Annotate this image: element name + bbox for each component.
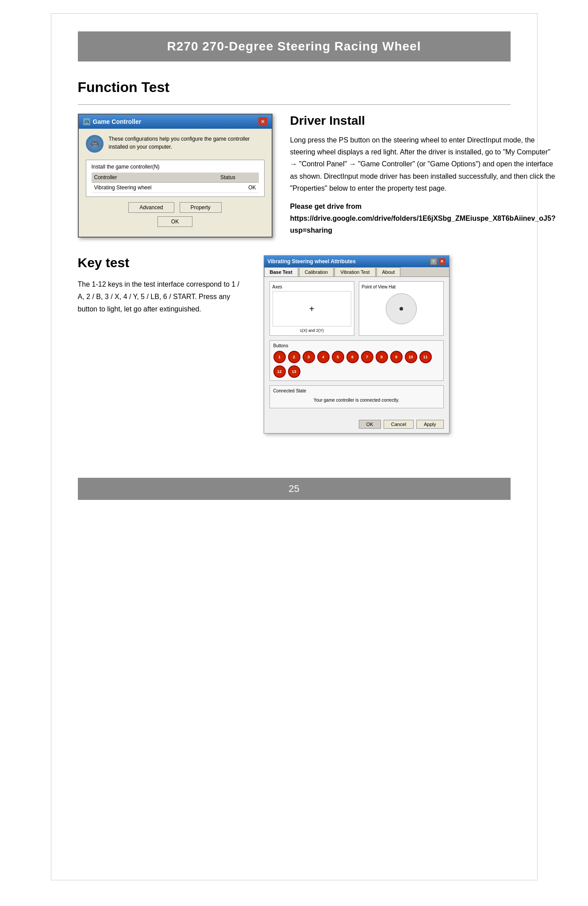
gamepad-button-9: 9 — [390, 351, 403, 363]
attr-close-button[interactable]: ✕ — [438, 258, 446, 265]
page-number: 25 — [288, 483, 299, 494]
attributes-dialog-col: Vibrating Steering wheel Attributes ? ✕ … — [264, 255, 511, 434]
table-cell-status: OK — [218, 183, 259, 193]
attr-cancel-button[interactable]: Cancel — [384, 420, 414, 429]
table-header-status: Status — [218, 173, 259, 183]
gamepad-button-6: 6 — [346, 351, 359, 363]
gamepad-button-12: 12 — [273, 365, 286, 378]
buttons-panel: Buttons 12345678910111213 — [269, 340, 444, 381]
driver-install-bold: Please get drive from https://drive.goog… — [290, 200, 556, 237]
attr-body: Axes + 1(X) and 2(Y) Point of View Hat — [264, 277, 449, 417]
dialog-info-text: These configurations help you configure … — [109, 135, 265, 151]
attr-titlebar: Vibrating Steering wheel Attributes ? ✕ — [264, 256, 449, 267]
controller-icon: 🎮 — [83, 118, 90, 125]
controller-table: Controller Status Vibrating Steering whe… — [92, 173, 259, 193]
key-test-title: Key test — [78, 255, 246, 270]
key-test-section: Key test The 1-12 keys in the test inter… — [78, 255, 511, 434]
attr-ok-button[interactable]: OK — [359, 420, 381, 429]
property-button[interactable]: Property — [180, 202, 222, 213]
tab-base-test[interactable]: Base Test — [264, 267, 298, 276]
attr-tabs: Base Test Calibration Vibration Test Abo… — [264, 267, 449, 277]
pov-dot — [400, 307, 403, 311]
function-test-row: 🎮 Game Controller ✕ 🎮 These configuratio… — [78, 114, 511, 238]
driver-install-title: Driver Install — [290, 114, 556, 128]
header-title: R270 270-Degree Steering Racing Wheel — [167, 39, 421, 53]
gamepad-button-10: 10 — [405, 351, 417, 363]
dialog-titlebar: 🎮 Game Controller ✕ — [79, 115, 272, 129]
tab-calibration[interactable]: Calibration — [299, 267, 334, 276]
page-footer: 25 — [78, 478, 511, 500]
gamepad-button-8: 8 — [376, 351, 388, 363]
table-header-controller: Controller — [92, 173, 218, 183]
advanced-button[interactable]: Advanced — [128, 202, 174, 213]
page: R270 270-Degree Steering Racing Wheel Fu… — [51, 13, 538, 880]
driver-install-col: Driver Install Long press the PS button … — [290, 114, 556, 237]
dialog-ok-button[interactable]: OK — [158, 216, 192, 227]
attributes-dialog: Vibrating Steering wheel Attributes ? ✕ … — [264, 255, 450, 434]
page-header: R270 270-Degree Steering Racing Wheel — [78, 31, 511, 61]
axes-crosshair: + — [309, 304, 315, 314]
connected-text: Your game controller is connected correc… — [273, 395, 440, 405]
gamepad-button-4: 4 — [317, 351, 330, 363]
gamepad-button-13: 13 — [288, 365, 300, 378]
attr-apply-button[interactable]: Apply — [416, 420, 444, 429]
gamepad-button-5: 5 — [332, 351, 344, 363]
dialog-ok-row: OK — [86, 216, 265, 227]
attr-footer: OK Cancel Apply — [264, 417, 449, 433]
gamepad-button-11: 11 — [419, 351, 432, 363]
axes-label: Axes — [273, 284, 351, 289]
key-test-text: The 1-12 keys in the test interface corr… — [78, 278, 246, 315]
table-cell-controller: Vibrating Steering wheel — [92, 183, 218, 193]
key-test-left: Key test The 1-12 keys in the test inter… — [78, 255, 246, 315]
divider-1 — [78, 104, 511, 105]
axes-sublabel: 1(X) and 2(Y) — [273, 328, 351, 333]
dialog-info-icon: 🎮 — [86, 135, 104, 153]
game-controller-dialog: 🎮 Game Controller ✕ 🎮 These configuratio… — [78, 114, 273, 238]
dialog-buttons-row: Advanced Property — [86, 202, 265, 213]
driver-install-paragraph: Long press the PS button on the steering… — [290, 134, 556, 194]
attr-help-button[interactable]: ? — [430, 258, 437, 265]
buttons-label: Buttons — [273, 343, 440, 348]
pov-circle — [386, 293, 417, 324]
gamepad-button-7: 7 — [361, 351, 373, 363]
tab-vibration-test[interactable]: Vibration Test — [334, 267, 375, 276]
dialog-close-button[interactable]: ✕ — [258, 117, 267, 126]
function-test-title: Function Test — [78, 79, 511, 96]
dialog-body: 🎮 These configurations help you configur… — [79, 129, 272, 237]
gamepad-button-3: 3 — [303, 351, 315, 363]
gamepad-button-1: 1 — [273, 351, 286, 363]
attr-dialog-title: Vibrating Steering wheel Attributes — [268, 258, 356, 265]
dialog-group-label: Install the game controller(N) — [92, 164, 259, 170]
pov-box — [362, 291, 441, 326]
buttons-grid: 12345678910111213 — [273, 351, 440, 378]
axes-panel: Axes + 1(X) and 2(Y) — [269, 281, 354, 336]
connected-label: Connected State — [273, 388, 440, 393]
pov-label: Point of View Hat — [362, 284, 441, 289]
dialog-group: Install the game controller(N) Controlle… — [86, 160, 265, 197]
axes-box: + — [273, 291, 351, 326]
pov-panel: Point of View Hat — [359, 281, 444, 336]
dialog-title: Game Controller — [93, 118, 142, 125]
table-row: Vibrating Steering wheel OK — [92, 183, 259, 193]
attr-panels: Axes + 1(X) and 2(Y) Point of View Hat — [269, 281, 444, 336]
connected-panel: Connected State Your game controller is … — [269, 385, 444, 408]
gamepad-button-2: 2 — [288, 351, 300, 363]
game-controller-dialog-col: 🎮 Game Controller ✕ 🎮 These configuratio… — [78, 114, 273, 238]
dialog-info-row: 🎮 These configurations help you configur… — [86, 135, 265, 153]
tab-about[interactable]: About — [377, 267, 401, 276]
